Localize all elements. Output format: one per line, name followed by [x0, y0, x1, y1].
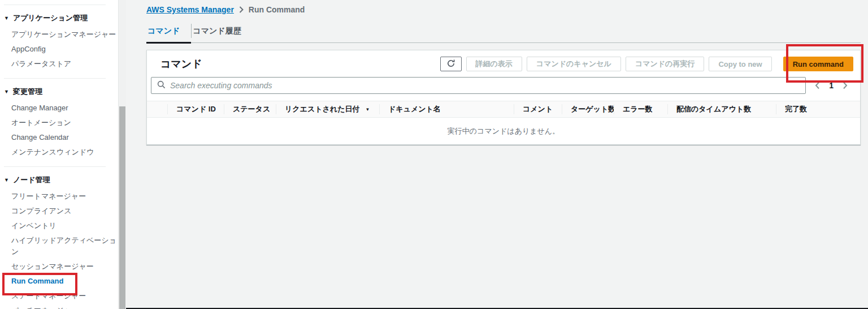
tab-bar-spacer	[253, 22, 861, 42]
refresh-icon	[446, 59, 455, 70]
sidebar-section-change-management: ▼ 変更管理 Change Manager オートメーション Change Ca…	[0, 87, 118, 160]
section-title: ノード管理	[13, 175, 50, 185]
run-command-button[interactable]: Run command	[783, 57, 853, 71]
sidebar-item-state-manager[interactable]: ステートマネージャー	[0, 289, 118, 303]
table-header-document-name: ドキュメント名	[379, 104, 514, 114]
table-header-completed-count: 完了数	[776, 104, 860, 114]
sidebar-section-header-application-management[interactable]: ▼ アプリケーション管理	[4, 13, 118, 23]
main-content: AWS Systems Manager Run Command コマンド コマン…	[126, 0, 868, 309]
sidebar-item-maintenance-windows[interactable]: メンテナンスウィンドウ	[0, 145, 118, 160]
tab-bar: コマンド コマンド履歴	[146, 22, 861, 43]
chevron-down-icon: ▼	[4, 16, 9, 21]
table-header-error-count: エラー数	[614, 104, 667, 114]
sidebar-item-automation[interactable]: オートメーション	[0, 115, 118, 130]
table-header-target-count: ターゲット数	[562, 104, 614, 114]
sidebar-section-header-change-management[interactable]: ▼ 変更管理	[4, 87, 118, 97]
sidebar-divider	[4, 78, 106, 79]
chevron-down-icon: ▼	[4, 89, 9, 95]
sidebar-item-appconfig[interactable]: AppConfig	[0, 42, 118, 57]
table-header-requested-date[interactable]: リクエストされた日付 ▼	[276, 104, 379, 114]
toolbar: 詳細の表示 コマンドのキャンセル コマンドの再実行 Copy to new Ru…	[440, 57, 853, 71]
panel-header: コマンド 詳細の表示 コマンドのキャンセル コマンドの再実行 Copy to	[147, 50, 860, 76]
section-title: 変更管理	[13, 87, 42, 97]
search-input[interactable]	[170, 81, 800, 90]
column-label: リクエストされた日付	[285, 104, 359, 114]
sidebar-section-application-management: ▼ アプリケーション管理 アプリケーションマネージャー AppConfig パラ…	[0, 13, 118, 71]
breadcrumb-current: Run Command	[249, 5, 305, 14]
table-header-select-column	[147, 104, 167, 114]
sidebar-item-run-command[interactable]: Run Command	[0, 274, 118, 289]
table-header-command-id: コマンド ID	[167, 104, 224, 114]
sidebar-divider	[4, 5, 106, 5]
sidebar-item-fleet-manager[interactable]: フリートマネージャー	[0, 189, 118, 204]
sidebar-section-header-node-management[interactable]: ▼ ノード管理	[4, 175, 118, 185]
chevron-down-icon: ▼	[4, 178, 9, 183]
sort-descending-icon: ▼	[365, 107, 370, 112]
sidebar-item-inventory[interactable]: インベントリ	[0, 218, 118, 233]
sidebar-item-application-manager[interactable]: アプリケーションマネージャー	[0, 27, 118, 42]
commands-panel: コマンド 詳細の表示 コマンドのキャンセル コマンドの再実行 Copy to	[146, 50, 861, 145]
view-details-button[interactable]: 詳細の表示	[466, 57, 522, 71]
breadcrumb: AWS Systems Manager Run Command	[146, 5, 861, 14]
sidebar-item-compliance[interactable]: コンプライアンス	[0, 204, 118, 218]
sidebar-item-change-calendar[interactable]: Change Calendar	[0, 130, 118, 145]
cancel-command-button[interactable]: コマンドのキャンセル	[527, 57, 621, 71]
next-page-button[interactable]	[841, 80, 849, 91]
table-header-status: ステータス	[224, 104, 276, 114]
search-icon	[157, 80, 166, 91]
sidebar-item-parameter-store[interactable]: パラメータストア	[0, 57, 118, 71]
filter-row: 1	[147, 76, 860, 101]
table-header-row: コマンド ID ステータス リクエストされた日付 ▼ ドキュメント名 コメント …	[147, 101, 860, 118]
copy-to-new-button[interactable]: Copy to new	[709, 57, 771, 71]
tab-commands[interactable]: コマンド	[146, 22, 191, 44]
breadcrumb-separator-icon	[239, 6, 244, 13]
table-header-delivery-timeout-count: 配信のタイムアウト数	[667, 104, 776, 114]
sidebar-item-session-manager[interactable]: セッションマネージャー	[0, 259, 118, 274]
sidebar-divider	[4, 166, 106, 167]
sidebar-scrollbar-thumb[interactable]	[119, 106, 125, 309]
table-header-comment: コメント	[514, 104, 562, 114]
sidebar-item-patch-manager[interactable]: パッチマネージャー	[0, 303, 118, 309]
panel-title: コマンド	[160, 57, 202, 71]
previous-page-button[interactable]	[814, 80, 821, 91]
aws-systems-manager-console: ▼ アプリケーション管理 アプリケーションマネージャー AppConfig パラ…	[0, 0, 868, 309]
sidebar-section-node-management: ▼ ノード管理 フリートマネージャー コンプライアンス インベントリ ハイブリッ…	[0, 175, 118, 309]
section-title: アプリケーション管理	[13, 13, 88, 23]
sidebar-item-hybrid-activations[interactable]: ハイブリッドアクティベーション	[0, 233, 118, 259]
search-box	[151, 77, 806, 94]
current-page-number[interactable]: 1	[829, 81, 834, 90]
tab-command-history[interactable]: コマンド履歴	[192, 22, 252, 42]
refresh-button[interactable]	[440, 57, 462, 71]
breadcrumb-link-systems-manager[interactable]: AWS Systems Manager	[146, 5, 234, 14]
sidebar: ▼ アプリケーション管理 アプリケーションマネージャー AppConfig パラ…	[0, 0, 118, 309]
pagination: 1	[814, 80, 854, 91]
table-empty-state: 実行中のコマンドはありません。	[147, 118, 860, 144]
rerun-command-button[interactable]: コマンドの再実行	[626, 57, 705, 71]
sidebar-item-change-manager[interactable]: Change Manager	[0, 101, 118, 115]
